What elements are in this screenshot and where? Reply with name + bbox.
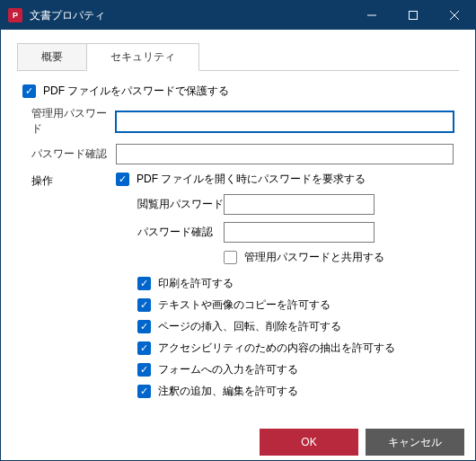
admin-password-input[interactable]: [116, 111, 454, 132]
perm-annot-label: 注釈の追加、編集を許可する: [158, 384, 298, 399]
maximize-button[interactable]: [392, 1, 434, 30]
view-password-label: 閲覧用パスワード: [137, 197, 224, 212]
view-confirm-label: パスワード確認: [137, 225, 224, 240]
titlebar: P 文書プロパティ: [1, 1, 475, 30]
tab-security[interactable]: セキュリティ: [86, 43, 199, 71]
close-button[interactable]: [434, 1, 475, 30]
perm-page-ops-label: ページの挿入、回転、削除を許可する: [158, 319, 341, 334]
perm-page-ops-checkbox[interactable]: [137, 320, 151, 333]
protect-checkbox[interactable]: [22, 84, 36, 98]
perm-annot-checkbox[interactable]: [137, 385, 151, 398]
dialog-window: P 文書プロパティ 概要 セキュリティ PDF ファイルをパスワードで保護する …: [0, 0, 476, 461]
protect-label: PDF ファイルをパスワードで保護する: [43, 84, 229, 99]
perm-form-checkbox[interactable]: [137, 363, 151, 377]
share-admin-checkbox[interactable]: [224, 251, 237, 264]
view-confirm-input[interactable]: [224, 222, 375, 243]
admin-password-label: 管理用パスワード: [31, 106, 116, 137]
operations-label: 操作: [31, 172, 116, 189]
app-icon: P: [8, 8, 22, 22]
view-password-input[interactable]: [224, 194, 375, 215]
perm-print-checkbox[interactable]: [137, 277, 151, 290]
window-title: 文書プロパティ: [30, 8, 351, 23]
minimize-button[interactable]: [351, 1, 392, 30]
perm-print-label: 印刷を許可する: [158, 276, 234, 291]
confirm-password-label: パスワード確認: [31, 146, 116, 162]
ok-button[interactable]: OK: [260, 429, 358, 456]
button-row: OK キャンセル: [1, 420, 475, 461]
tab-strip: 概要 セキュリティ: [17, 42, 459, 71]
require-open-password-label: PDF ファイルを開く時にパスワードを要求する: [137, 172, 366, 187]
perm-accessibility-checkbox[interactable]: [137, 341, 151, 355]
security-panel: PDF ファイルをパスワードで保護する 管理用パスワード パスワード確認 操作 …: [17, 71, 459, 411]
share-admin-label: 管理用パスワードと共用する: [244, 250, 384, 265]
cancel-button[interactable]: キャンセル: [366, 429, 464, 456]
perm-copy-label: テキストや画像のコピーを許可する: [158, 297, 331, 313]
svg-rect-1: [410, 12, 418, 20]
perm-accessibility-label: アクセシビリティのための内容の抽出を許可する: [158, 341, 395, 356]
perm-form-label: フォームへの入力を許可する: [158, 362, 298, 377]
tab-summary[interactable]: 概要: [17, 43, 86, 71]
content-area: 概要 セキュリティ PDF ファイルをパスワードで保護する 管理用パスワード パ…: [1, 30, 475, 420]
perm-copy-checkbox[interactable]: [137, 298, 151, 312]
require-open-password-checkbox[interactable]: [116, 173, 129, 186]
confirm-password-input[interactable]: [116, 144, 454, 164]
